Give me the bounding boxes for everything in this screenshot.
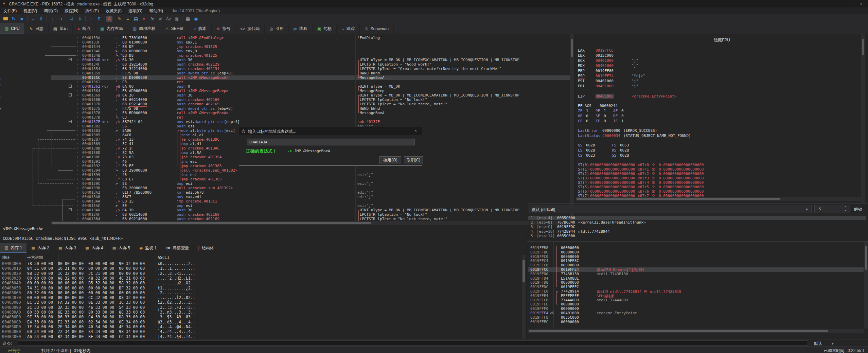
stop-icon[interactable]: ■	[18, 15, 26, 22]
tab-引用[interactable]: ◎引用	[265, 23, 288, 34]
step-over-icon[interactable]: ↪	[56, 15, 65, 22]
register-value[interactable]: 0019FFCC	[596, 48, 614, 53]
flag-value[interactable]: 0	[604, 114, 606, 118]
dump-row[interactable]: 00403080EC 32 00 00 FA 32 00 00 0E 33 00…	[0, 300, 520, 305]
stack-row[interactable]: 0019FFBC│00000000	[528, 250, 864, 254]
breakpoint-dot[interactable]	[77, 77, 78, 78]
breakpoint-dot[interactable]	[77, 64, 78, 65]
stack-row[interactable]: 0019FFD0│7743B130ntdll.7743B130	[528, 272, 864, 276]
tab-日志[interactable]: ✎日志	[25, 23, 49, 34]
menu-item[interactable]: 跟踪(N)	[61, 7, 82, 14]
execute-till-return-icon[interactable]: ↑	[87, 15, 95, 22]
st-register-value[interactable]: 00000000000000000000	[590, 172, 635, 176]
dump-row[interactable]: 004030C0E4 33 00 00 F2 33 00 00 02 34 00…	[0, 320, 520, 324]
laststatus-value[interactable]: C0000034	[602, 134, 620, 138]
breakpoint-dot[interactable]	[77, 187, 78, 189]
disasm-row[interactable]: 00401361└.C3ret	[51, 80, 570, 84]
dump-row[interactable]: 0040304000 00 00 00 00 00 00 00 B5 32 00…	[0, 281, 520, 285]
disasm-row[interactable]: −00401362<cr┌$6A 00push 0┌UINT uType = M…	[51, 84, 570, 89]
breakpoint-dot[interactable]	[77, 143, 78, 144]
register-value-eip[interactable]: 00401000	[596, 94, 614, 99]
breakpoint-dot[interactable]	[77, 152, 78, 153]
breakpoint-dot[interactable]	[77, 134, 78, 136]
tab-CPU[interactable]: ▦CPU	[0, 23, 25, 34]
disasm-row[interactable]: 00401346>B8 00000000mov eax,0	[51, 49, 570, 53]
flag-value[interactable]: 0	[586, 119, 588, 123]
menu-item[interactable]: 帮助(H)	[146, 7, 166, 14]
register-value[interactable]: 00401000	[596, 64, 614, 68]
breakpoint-dot[interactable]	[77, 209, 78, 211]
argument-row[interactable]: 3:[esp+C]0019FFDC	[528, 225, 866, 229]
disasm-row[interactable]: 00401364└.E8 AD000000call <JMP.&MessageB…	[51, 89, 570, 93]
breakpoint-dot[interactable]	[77, 139, 78, 140]
tab-Snowman[interactable]: ☃Snowman	[360, 23, 394, 34]
breakpoint-dot[interactable]	[77, 130, 78, 131]
stack-row[interactable]: 0019FFD8│00000000	[528, 280, 864, 285]
arg-count-stepper[interactable]: 5 ▴ ▾	[814, 205, 850, 213]
settings-globe-icon[interactable]: ◉	[192, 15, 200, 22]
disasm-row[interactable]: 00401394>E8 39000000 │call <crackme.sub_…	[51, 168, 570, 173]
disasm-row[interactable]: 00401375.FF75 08push dword ptr ss:[ebp+8…	[51, 106, 570, 111]
register-value[interactable]: 00401000	[596, 84, 614, 88]
register-value[interactable]: 00401000	[596, 58, 614, 63]
v-scrollbar-thumb[interactable]	[522, 260, 525, 282]
disasm-row[interactable]: 00401378.E8 BD000000call <JMP.&MessageBo…	[51, 111, 570, 115]
disasm-row[interactable]: 004013A8.8BC7mov eax,ediedi:"j"	[51, 195, 570, 199]
modules-icon[interactable]: ▥	[173, 15, 181, 22]
st-register-value[interactable]: 00000000000000000000	[590, 185, 635, 189]
tab-脚本[interactable]: ≡脚本	[189, 23, 211, 34]
tab-内存 2[interactable]: ▦内存 2	[27, 243, 54, 253]
breakpoint-dot[interactable]	[77, 156, 78, 158]
breakpoint-dot[interactable]	[77, 112, 78, 113]
stack-row[interactable]: 0019FFCC│0019FFE4指向SEH_Record[1]的指针	[528, 267, 864, 272]
minimize-button[interactable]: ─	[836, 0, 845, 7]
stack-row[interactable]: 0019FFC0│00000000	[528, 254, 864, 259]
breakpoint-dot[interactable]	[77, 103, 78, 105]
tab-内存布局[interactable]: ▦内存布局	[95, 23, 128, 34]
st-register-value[interactable]: 00000000000000000000	[590, 176, 635, 180]
st-register-value[interactable]: 00000000000000000000	[590, 189, 635, 194]
tab-线程[interactable]: ⇄线程	[289, 23, 313, 34]
stack-row[interactable]: 0019FFC8│00000000	[528, 263, 864, 267]
breakpoint-dot[interactable]	[77, 94, 78, 96]
dump-row[interactable]: 004030B09E 33 00 00 B6 33 00 00 C4 33 00…	[0, 315, 520, 319]
breakpoint-dot[interactable]	[77, 218, 78, 219]
stepper-up-icon[interactable]: ▴	[845, 205, 846, 208]
assemble-pencil-icon[interactable]: ✎	[116, 15, 124, 22]
command-input[interactable]	[18, 340, 808, 346]
hash-icon[interactable]: #	[156, 15, 164, 22]
dump-row[interactable]: 0040303000 00 00 00 A8 32 00 00 48 32 00…	[0, 276, 520, 281]
breakpoint-dot[interactable]	[77, 46, 78, 47]
argument-row[interactable]: 2:[esp+8]767B6340<kernel32.BaseThreadIni…	[528, 220, 866, 225]
dump-row[interactable]: 0040307000 00 00 00 00 00 00 00 CC 32 00…	[0, 295, 520, 300]
argument-row[interactable]: 4:[esp+10]77428944ntdll.77428944	[528, 229, 866, 234]
disasm-row[interactable]: 00401354.68 34214000push crackme.402134│…	[51, 67, 570, 71]
register-value[interactable]: 00000244	[600, 104, 618, 108]
menu-item[interactable]: 选项(O)	[125, 7, 146, 14]
dump-row[interactable]: 0040300078 30 00 00 00 00 00 00 00 00 00…	[0, 261, 520, 266]
breakpoint-dot[interactable]	[77, 90, 78, 91]
v-scrollbar-thumb[interactable]	[571, 39, 573, 57]
tab-内存 1[interactable]: ▦内存 1	[0, 243, 27, 253]
disasm-row[interactable]: −004013AD┌$6A 30push 30┌UINT uType = MB_…	[51, 208, 570, 212]
disasm-row[interactable]: 004013AC>5Epop esiesi:"j"	[51, 204, 570, 208]
breakpoint-dot[interactable]	[77, 214, 78, 215]
dialog-close-icon[interactable]: ×	[414, 128, 417, 133]
v-scrollbar-thumb[interactable]	[862, 39, 864, 55]
segment-value[interactable]: 002B	[620, 148, 629, 153]
disasm-row[interactable]: 0040133A.E8 73010000call <JMP.&EndDialog…	[51, 36, 570, 40]
stack-row[interactable]: 0019FFC4│0019FF8C	[528, 259, 864, 263]
dump-row[interactable]: 0040306080 32 00 00 00 00 00 00 00 00 00…	[0, 290, 520, 295]
tab-断点[interactable]: ●断点	[73, 23, 95, 34]
segment-value[interactable]: 002B	[586, 143, 595, 147]
breakpoint-dot[interactable]	[77, 178, 78, 180]
stack-row[interactable]: 0019FFEC└00000000	[528, 302, 864, 306]
tab-结构体[interactable]: ∫结构体	[194, 243, 218, 253]
disasm-row[interactable]: 00401359.FF75 08push dword ptr ss:[ebp+8…	[51, 71, 570, 75]
breakpoint-dot[interactable]	[77, 68, 78, 69]
disasm-row[interactable]: 0040139A.^EB E7 └jmp crackme.401383	[51, 177, 570, 181]
memory-pages-icon[interactable]: ▤	[132, 15, 140, 22]
h-scrollbar-thumb[interactable]	[52, 222, 371, 224]
dump-row[interactable]: 004030E060 34 00 00 72 34 00 00 84 34 00…	[0, 329, 520, 334]
strings-az-icon[interactable]: Az	[164, 15, 173, 22]
